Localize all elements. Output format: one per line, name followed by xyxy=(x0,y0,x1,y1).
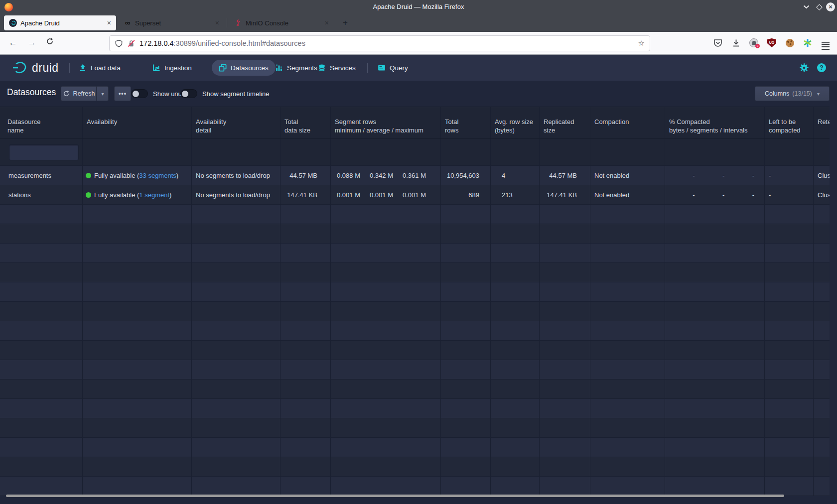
table-row-empty xyxy=(0,341,830,360)
nav-item-label: Segments xyxy=(287,64,317,72)
segments-link[interactable]: 1 segment xyxy=(139,191,169,199)
show-unused-toggle[interactable] xyxy=(131,89,148,98)
ublock-origin-icon[interactable]: UO xyxy=(766,37,777,48)
segments-link[interactable]: 33 segments xyxy=(139,172,176,179)
cookie-extension-icon[interactable] xyxy=(784,37,795,48)
table-cell xyxy=(280,244,331,262)
table-cell xyxy=(665,282,765,301)
table-cell xyxy=(280,399,331,418)
column-header-compaction[interactable]: Compaction xyxy=(590,107,665,138)
nav-item-segments[interactable]: Segments xyxy=(275,55,317,81)
datasource-name-filter-input[interactable] xyxy=(9,144,79,160)
column-header-availability[interactable]: Availability xyxy=(83,107,192,138)
druid-logo[interactable]: druid xyxy=(12,55,59,81)
tab-close-icon[interactable]: × xyxy=(107,19,111,27)
url-host: 172.18.0.4 xyxy=(140,39,174,47)
table-cell xyxy=(192,244,280,262)
table-cell xyxy=(491,321,540,340)
new-tab-button[interactable]: + xyxy=(339,17,352,29)
table-cell xyxy=(192,477,280,496)
column-header-retention[interactable]: Retention xyxy=(814,107,830,138)
help-button[interactable]: ? xyxy=(817,63,826,72)
table-cell xyxy=(665,379,765,398)
table-cell xyxy=(665,399,765,418)
table-row-stations[interactable]: stations Fully available (1 segment) No … xyxy=(0,185,830,205)
nav-item-services[interactable]: Services xyxy=(318,55,356,81)
segments-icon xyxy=(275,64,283,72)
menu-icon[interactable] xyxy=(820,37,831,48)
bookmark-star-icon[interactable]: ☆ xyxy=(638,39,645,48)
table-cell xyxy=(331,302,441,321)
table-cell xyxy=(331,244,441,262)
nav-item-label: Datasources xyxy=(231,64,269,72)
table-cell xyxy=(0,360,83,379)
columns-button[interactable]: Columns (13/15) ▾ xyxy=(755,86,830,101)
refresh-button[interactable]: Refresh xyxy=(61,86,97,101)
nav-item-datasources[interactable]: Datasources xyxy=(212,60,276,76)
nav-item-query[interactable]: Query xyxy=(378,55,408,81)
tab-close-icon[interactable]: × xyxy=(325,19,329,27)
datasource-name-cell[interactable]: stations xyxy=(0,185,83,204)
tab-apache-druid[interactable]: Apache Druid × xyxy=(4,15,116,30)
colorful-asterisk-extension-icon[interactable] xyxy=(802,37,813,48)
reload-button[interactable] xyxy=(43,36,57,50)
table-row-measurements[interactable]: measurements Fully available (33 segment… xyxy=(0,166,830,185)
show-segment-timeline-toggle[interactable] xyxy=(180,89,197,98)
window-close-button[interactable]: × xyxy=(826,2,836,11)
load-data-icon xyxy=(79,64,87,72)
window-maximize-button[interactable] xyxy=(814,2,824,11)
table-cell xyxy=(441,399,491,418)
nav-item-ingestion[interactable]: Ingestion xyxy=(152,55,192,81)
replicated-size-cell: 44.57 MB xyxy=(540,166,590,185)
table-cell xyxy=(0,477,83,496)
tab-minio-console[interactable]: MinIO Console × xyxy=(229,15,334,30)
shield-permissions-icon[interactable] xyxy=(115,39,123,48)
close-icon: × xyxy=(826,2,835,11)
url-bar[interactable]: 172.18.0.4:30899/unified-console.html#da… xyxy=(109,35,650,51)
table-cell xyxy=(83,321,192,340)
column-header-avg-row-size[interactable]: Avg. row size(bytes) xyxy=(491,107,540,138)
help-icon: ? xyxy=(817,63,826,72)
table-cell xyxy=(83,224,192,243)
tab-close-icon[interactable]: × xyxy=(215,19,219,27)
total-data-size-cell: 147.41 KB xyxy=(280,185,331,204)
retention-cell[interactable]: Clus xyxy=(814,185,830,204)
downloads-icon[interactable] xyxy=(730,37,741,48)
table-cell xyxy=(590,263,665,282)
column-header-datasource-name[interactable]: Datasourcename xyxy=(0,107,83,138)
table-cell xyxy=(280,282,331,301)
retention-cell[interactable]: Clus xyxy=(814,166,830,185)
table-cell xyxy=(765,360,814,379)
table-row-empty xyxy=(0,379,830,399)
column-header-pct-compacted[interactable]: % Compactedbytes / segments / intervals xyxy=(665,107,765,138)
column-header-total-rows[interactable]: Totalrows xyxy=(441,107,491,138)
extension-profile-icon[interactable]: × xyxy=(748,37,759,48)
table-cell xyxy=(331,438,441,457)
column-header-availability-detail[interactable]: Availabilitydetail xyxy=(192,107,280,138)
nav-item-load-data[interactable]: Load data xyxy=(79,55,121,81)
table-cell xyxy=(491,477,540,496)
window-minimize-button[interactable] xyxy=(801,2,811,11)
column-header-total-data-size[interactable]: Totaldata size xyxy=(280,107,331,138)
table-cell xyxy=(814,341,830,360)
more-options-button[interactable]: ••• xyxy=(114,86,131,101)
table-cell xyxy=(331,263,441,282)
pocket-icon[interactable] xyxy=(712,37,723,48)
horizontal-scrollbar[interactable] xyxy=(6,495,784,497)
table-cell xyxy=(83,477,192,496)
settings-button[interactable] xyxy=(799,63,809,75)
column-header-left-to-be-compacted[interactable]: Left to becompacted xyxy=(765,107,814,138)
column-header-segment-rows[interactable]: Segment rowsminimum / average / maximum xyxy=(331,107,441,138)
datasource-name-cell[interactable]: measurements xyxy=(0,166,83,185)
table-cell xyxy=(280,418,331,437)
column-header-replicated-size[interactable]: Replicatedsize xyxy=(540,107,590,138)
back-button[interactable]: ← xyxy=(6,36,20,50)
table-row-empty xyxy=(0,244,830,263)
table-cell xyxy=(83,205,192,224)
tab-superset[interactable]: ∞ Superset × xyxy=(119,15,224,30)
refresh-dropdown-button[interactable]: ▾ xyxy=(97,86,109,101)
table-cell xyxy=(0,205,83,224)
table-cell xyxy=(765,379,814,398)
table-cell xyxy=(765,477,814,496)
insecure-lock-icon[interactable] xyxy=(127,39,136,48)
